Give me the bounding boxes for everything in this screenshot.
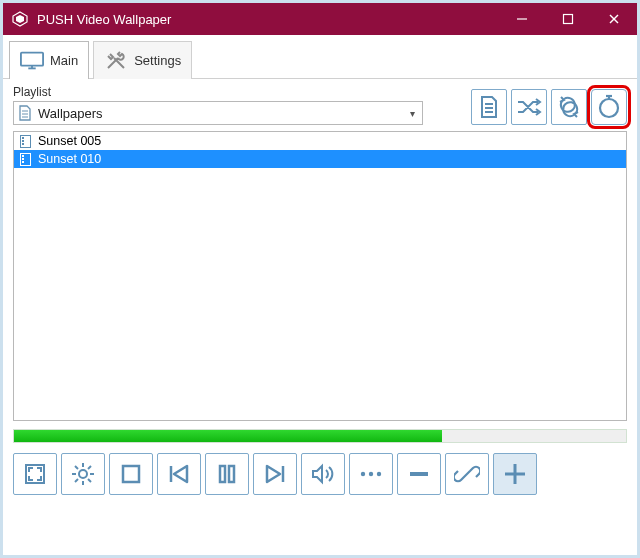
svg-rect-36 [123,466,139,482]
tools-icon [104,50,128,72]
close-button[interactable] [591,3,637,35]
svg-rect-3 [564,15,573,24]
list-item-label: Sunset 010 [38,152,101,166]
svg-line-32 [75,466,78,469]
svg-point-43 [361,472,365,476]
progress-bar[interactable] [13,429,627,443]
svg-line-33 [88,479,91,482]
svg-marker-38 [174,466,187,482]
bottom-controls [3,443,637,505]
progress-fill [14,430,442,442]
svg-marker-42 [267,466,280,482]
interval-button[interactable] [591,89,627,125]
add-button[interactable] [493,453,537,495]
svg-rect-6 [21,52,43,65]
loop-button[interactable] [551,89,587,125]
svg-rect-39 [220,466,225,482]
document-icon [14,105,36,121]
tab-settings-label: Settings [134,53,181,68]
monitor-icon [20,50,44,72]
svg-rect-46 [410,472,428,476]
svg-point-44 [369,472,373,476]
tab-bar: Main Settings [3,35,637,79]
svg-rect-19 [22,137,24,139]
list-item[interactable]: Sunset 005 [14,132,626,150]
playlist-listbox[interactable]: Sunset 005 Sunset 010 [13,131,627,421]
svg-rect-23 [22,155,24,157]
shuffle-button[interactable] [511,89,547,125]
next-button[interactable] [253,453,297,495]
volume-button[interactable] [301,453,345,495]
playlist-label: Playlist [13,85,423,99]
app-icon [11,10,29,28]
maximize-button[interactable] [545,3,591,35]
svg-rect-40 [229,466,234,482]
playlist-dropdown[interactable]: Wallpapers ▾ [13,101,423,125]
tab-settings[interactable]: Settings [93,41,192,79]
svg-marker-1 [16,15,24,23]
svg-rect-24 [22,158,24,160]
svg-point-15 [600,99,618,117]
app-window: PUSH Video Wallpaper Main Settings [0,0,640,558]
minimize-button[interactable] [499,3,545,35]
playlist-selected: Wallpapers [36,106,402,121]
svg-rect-25 [22,161,24,163]
previous-button[interactable] [157,453,201,495]
new-playlist-button[interactable] [471,89,507,125]
svg-point-27 [79,470,87,478]
tab-main-label: Main [50,53,78,68]
main-panel: Playlist Wallpapers ▾ [3,79,637,443]
pause-button[interactable] [205,453,249,495]
video-file-icon [18,153,32,166]
link-button[interactable] [445,453,489,495]
tab-main[interactable]: Main [9,41,89,79]
svg-rect-20 [22,140,24,142]
svg-point-45 [377,472,381,476]
svg-line-34 [88,466,91,469]
stop-button[interactable] [109,453,153,495]
video-file-icon [18,135,32,148]
svg-rect-21 [22,143,24,145]
fullscreen-button[interactable] [13,453,57,495]
list-item-label: Sunset 005 [38,134,101,148]
settings-gear-button[interactable] [61,453,105,495]
more-button[interactable] [349,453,393,495]
titlebar: PUSH Video Wallpaper [3,3,637,35]
svg-line-35 [75,479,78,482]
chevron-down-icon: ▾ [402,108,422,119]
list-item[interactable]: Sunset 010 [14,150,626,168]
window-title: PUSH Video Wallpaper [37,12,499,27]
remove-button[interactable] [397,453,441,495]
